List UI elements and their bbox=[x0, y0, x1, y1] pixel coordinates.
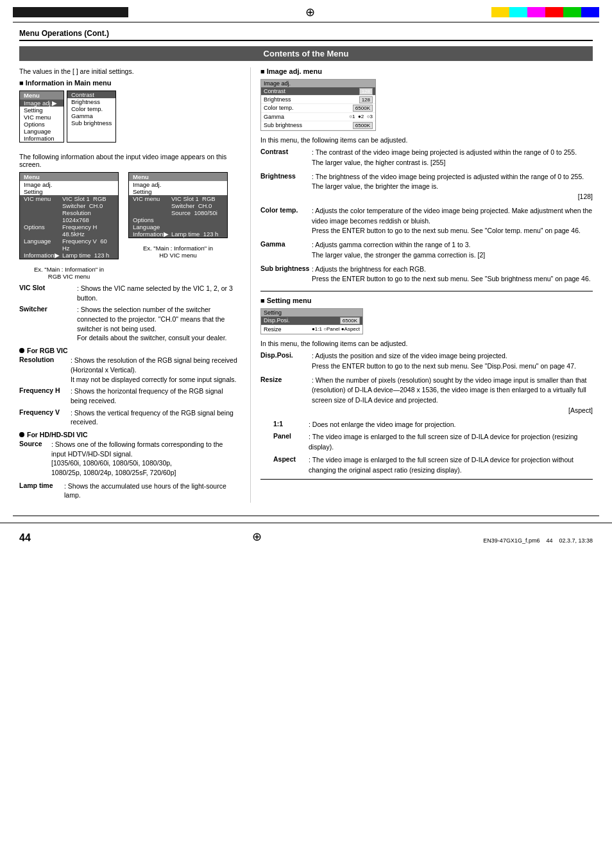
two-col-layout: The values in the [ ] are initial settin… bbox=[19, 67, 593, 503]
aspect-desc: : The video image is enlarged to the ful… bbox=[309, 455, 593, 476]
one-to-one-def: 1:1 : Does not enlarge the video image f… bbox=[260, 420, 593, 430]
menu-row-information: Information bbox=[20, 135, 64, 142]
one-to-one-desc: : Does not enlarge the video image for p… bbox=[309, 420, 593, 430]
color-yellow bbox=[491, 7, 509, 17]
file-ref: EN39-47GX1G_f.pm6 44 02.3.7, 13:38 bbox=[483, 537, 593, 544]
color-temp-row: Color temp. 6500K bbox=[261, 104, 375, 113]
menu-title-box: Contents of the Menu bbox=[19, 46, 593, 61]
aspect-def: Aspect : The video image is enlarged to … bbox=[260, 455, 593, 476]
main-menu-diagram: Menu Image adj.▶ Setting VIC menu Option… bbox=[19, 91, 237, 148]
disp-posi-desc: : Adjusts the position and size of the v… bbox=[312, 351, 593, 372]
contrast-term: Contrast bbox=[260, 148, 312, 168]
black-bar-left bbox=[13, 7, 128, 17]
source-def: Source : Shows one of the following form… bbox=[19, 440, 237, 478]
color-green bbox=[563, 7, 581, 17]
menu-row-setting: Setting bbox=[20, 107, 64, 114]
section-divider-1 bbox=[260, 291, 593, 291]
bottom-crosshair: ⊕ bbox=[252, 530, 262, 544]
color-blue bbox=[581, 7, 599, 17]
vic-slot-desc: : Shows the VIC name selected by the VIC… bbox=[77, 284, 237, 302]
color-temp-desc: : Adjusts the color temperature of the v… bbox=[312, 206, 593, 236]
switcher-desc: : Shows the selection number of the swit… bbox=[77, 305, 237, 343]
image-adj-intro: In this menu, the following items can be… bbox=[260, 136, 593, 144]
image-adj-menu-box: Image adj. Contrast 128 Brightness 128 C… bbox=[260, 79, 376, 131]
rgb-vic-label: For RGB VIC bbox=[27, 347, 68, 354]
freq-v-def: Frequency V : Shows the vertical frequen… bbox=[19, 408, 237, 427]
info-below-text: The following information about the inpu… bbox=[19, 153, 237, 168]
rgb-vic-caption: Ex. "Main : Information" inRGB VIC menu bbox=[19, 266, 119, 280]
resize-def: Resize : When the number of pixels (reso… bbox=[260, 376, 593, 416]
image-adj-title: Image adj. bbox=[261, 80, 375, 87]
main-content: Menu Operations (Cont.) Contents of the … bbox=[0, 22, 612, 516]
color-magenta bbox=[527, 7, 545, 17]
color-red bbox=[545, 7, 563, 17]
resolution-desc: : Shows the resolution of the RGB signal… bbox=[71, 356, 237, 384]
vic-menu-examples: Menu Image adj. Setting VIC menu VIC Slo… bbox=[19, 172, 237, 280]
hd-vic-defs: Source : Shows one of the following form… bbox=[19, 440, 237, 478]
contrast-desc: : The contrast of the video image being … bbox=[312, 148, 593, 168]
freq-v-term: Frequency V bbox=[19, 408, 71, 427]
menu-box-title: Menu bbox=[20, 91, 64, 100]
switcher-term: Switcher bbox=[19, 305, 77, 343]
brightness-desc: : The brightness of the video image bein… bbox=[312, 172, 593, 202]
contrast-row: Contrast 128 bbox=[261, 87, 375, 96]
right-column: ■ Image adj. menu Image adj. Contrast 12… bbox=[250, 67, 593, 503]
hd-vic-label: For HD/HD-SDI VIC bbox=[27, 431, 88, 438]
hd-vic-example: Menu Image adj. Setting VIC menu VIC Slo… bbox=[128, 172, 228, 280]
sub-brightness-term: Sub brightness bbox=[260, 265, 312, 285]
color-temp-term: Color temp. bbox=[260, 206, 312, 236]
definitions-list: VIC Slot : Shows the VIC name selected b… bbox=[19, 284, 237, 343]
panel-def: Panel : The video image is enlarged to t… bbox=[260, 432, 593, 453]
resize-row: Resize ●1:1 ○Panel ●Aspect bbox=[261, 326, 362, 334]
panel-term: Panel bbox=[273, 432, 309, 453]
setting-title: Setting bbox=[261, 309, 362, 317]
lamp-time-term: Lamp time bbox=[19, 482, 64, 500]
gamma-def: Gamma : Adjusts gamma correction within … bbox=[260, 240, 593, 261]
gamma-desc: : Adjusts gamma correction within the ra… bbox=[312, 240, 593, 261]
crosshair-center: ⊕ bbox=[305, 5, 315, 19]
lamp-time-def: Lamp time : Shows the accumulated use ho… bbox=[19, 482, 237, 500]
info-in-main-menu-label: ■ Information in Main menu bbox=[19, 79, 237, 87]
sub-brightness-row: Sub brightness 6500K bbox=[261, 121, 375, 130]
rgb-vic-header: For RGB VIC bbox=[19, 347, 237, 354]
hd-vic-header: For HD/HD-SDI VIC bbox=[19, 431, 237, 438]
resize-desc: : When the number of pixels (resolution)… bbox=[312, 376, 593, 416]
sub-brightness-def: Sub brightness : Adjusts the brightness … bbox=[260, 265, 593, 285]
switcher-def: Switcher : Shows the selection number of… bbox=[19, 305, 237, 343]
bullet-icon-2 bbox=[19, 432, 24, 437]
aspect-term: Aspect bbox=[273, 455, 309, 476]
disp-posi-term: Disp.Posi. bbox=[260, 351, 312, 372]
setting-menu-section-label: ■ Setting menu bbox=[260, 297, 593, 304]
resize-term: Resize bbox=[260, 376, 312, 416]
one-to-one-term: 1:1 bbox=[273, 420, 309, 430]
disp-posi-row: Disp.Posi. 6500K bbox=[261, 317, 362, 326]
source-desc: : Shows one of the following formats cor… bbox=[51, 440, 237, 478]
menu-row-image-adj: Image adj.▶ bbox=[20, 100, 64, 107]
rgb-vic-example: Menu Image adj. Setting VIC menu VIC Slo… bbox=[19, 172, 119, 280]
resolution-def: Resolution : Shows the resolution of the… bbox=[19, 356, 237, 384]
color-temp-def: Color temp. : Adjusts the color temperat… bbox=[260, 206, 593, 236]
section-header: Menu Operations (Cont.) bbox=[19, 29, 593, 41]
page-number: 44 bbox=[19, 532, 31, 544]
freq-h-def: Frequency H : Shows the horizontal frequ… bbox=[19, 386, 237, 405]
vic-slot-term: VIC Slot bbox=[19, 284, 77, 302]
image-adj-defs: Contrast : The contrast of the video ima… bbox=[260, 148, 593, 284]
gamma-term: Gamma bbox=[260, 240, 312, 261]
rgb-vic-menu-box: Menu Image adj. Setting VIC menu VIC Slo… bbox=[19, 172, 119, 259]
menu-row-language: Language bbox=[20, 128, 64, 135]
bottom-divider bbox=[260, 479, 593, 480]
main-menu-box: Menu Image adj.▶ Setting VIC menu Option… bbox=[19, 91, 64, 143]
brightness-def: Brightness : The brightness of the video… bbox=[260, 172, 593, 202]
bullet-icon bbox=[19, 348, 24, 353]
values-note: The values in the [ ] are initial settin… bbox=[19, 67, 237, 75]
gamma-row: Gamma ○1 ●2 ○3 bbox=[261, 113, 375, 121]
source-term: Source bbox=[19, 440, 51, 478]
rgb-vic-section: For RGB VIC Resolution : Shows the resol… bbox=[19, 347, 237, 427]
vic-slot-def: VIC Slot : Shows the VIC name selected b… bbox=[19, 284, 237, 302]
freq-h-term: Frequency H bbox=[19, 386, 71, 405]
setting-menu-intro: In this menu, the following items can be… bbox=[260, 340, 593, 347]
sub-brightness-desc: : Adjusts the brightness for each RGB.Pr… bbox=[312, 265, 593, 285]
submenu-box: Contrast Brightness Color temp. Gamma Su… bbox=[67, 91, 116, 143]
brightness-row: Brightness 128 bbox=[261, 96, 375, 104]
contrast-def: Contrast : The contrast of the video ima… bbox=[260, 148, 593, 168]
